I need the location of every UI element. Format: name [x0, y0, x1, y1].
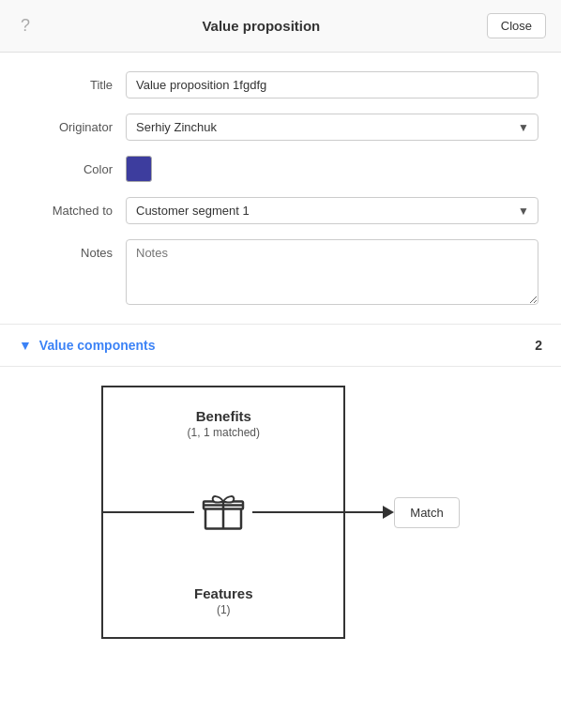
form-section: Title Originator Serhiy Zinchuk ▼ Color …: [0, 53, 561, 325]
title-label: Title: [23, 71, 126, 92]
gift-icon-wrapper: [194, 482, 252, 543]
originator-row: Originator Serhiy Zinchuk ▼: [23, 114, 538, 141]
gift-icon: [198, 486, 249, 537]
matched-to-row: Matched to Customer segment 1 ▼: [23, 197, 538, 224]
features-label: Features: [194, 585, 253, 601]
arrow-line-body: [345, 511, 383, 513]
originator-select-wrapper: Serhiy Zinchuk ▼: [126, 114, 538, 141]
originator-select[interactable]: Serhiy Zinchuk: [126, 114, 538, 141]
notes-row: Notes: [23, 239, 538, 305]
matched-to-label: Matched to: [23, 197, 126, 218]
arrow-connector: [345, 506, 394, 519]
modal-title: Value proposition: [36, 18, 487, 34]
chevron-down-icon: ▼: [19, 338, 32, 353]
benefits-area: Benefits (1, 1 matched): [188, 408, 260, 439]
benefits-sub: (1, 1 matched): [188, 426, 260, 439]
value-components-section: ▼ Value components 2 Benefits (1, 1 matc…: [0, 325, 561, 667]
color-label: Color: [23, 156, 126, 176]
match-button[interactable]: Match: [394, 497, 459, 528]
diagram-area: Benefits (1, 1 matched): [0, 367, 561, 667]
benefits-label: Benefits: [188, 408, 260, 424]
close-button[interactable]: Close: [487, 13, 546, 38]
matched-to-select[interactable]: Customer segment 1: [126, 197, 538, 224]
notes-textarea[interactable]: [126, 239, 538, 305]
arrow-head-icon: [383, 506, 394, 519]
modal: ? Value proposition Close Title Originat…: [0, 0, 561, 728]
value-components-title: Value components: [39, 338, 535, 353]
features-sub: (1): [194, 603, 253, 616]
features-area: Features (1): [194, 585, 253, 616]
notes-label: Notes: [23, 239, 126, 260]
help-icon[interactable]: ?: [15, 16, 36, 37]
value-components-count: 2: [535, 338, 542, 353]
originator-label: Originator: [23, 114, 126, 134]
diagram-container: Benefits (1, 1 matched): [101, 386, 459, 639]
color-row: Color: [23, 156, 538, 182]
title-row: Title: [23, 71, 538, 99]
matched-to-select-wrapper: Customer segment 1 ▼: [126, 197, 538, 224]
color-swatch[interactable]: [126, 156, 152, 182]
title-input[interactable]: [126, 71, 538, 99]
modal-header: ? Value proposition Close: [0, 0, 561, 53]
value-components-header[interactable]: ▼ Value components 2: [0, 325, 561, 367]
